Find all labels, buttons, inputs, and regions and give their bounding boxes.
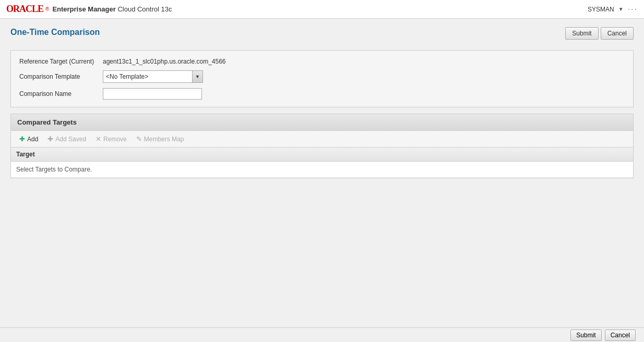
nav-right: SYSMAN ▼ ··· xyxy=(588,5,638,14)
form-section: Reference Target (Current) agent13c1_1_s… xyxy=(10,50,634,107)
comparison-name-row: Comparison Name xyxy=(19,88,625,100)
column-target: Target xyxy=(11,148,633,162)
oracle-logo-text: ORACLE xyxy=(6,4,43,15)
targets-table: Target Select Targets to Compare. xyxy=(11,148,633,178)
reference-target-value: agent13c1_1_slc01php.us.oracle.com_4566 xyxy=(103,58,226,65)
comparison-template-dropdown-btn[interactable]: ▼ xyxy=(192,71,202,82)
members-map-label: Members Map xyxy=(144,136,184,143)
add-button[interactable]: ✚ Add xyxy=(15,133,42,144)
comparison-name-label: Comparison Name xyxy=(19,90,103,97)
empty-message: Select Targets to Compare. xyxy=(11,162,633,178)
add-saved-button[interactable]: ✚ Add Saved xyxy=(43,133,90,144)
cancel-button[interactable]: Cancel xyxy=(601,27,634,40)
targets-section-title: Compared Targets xyxy=(11,114,633,131)
add-saved-icon: ✚ xyxy=(47,135,53,143)
members-map-icon: ✎ xyxy=(136,135,142,143)
comparison-template-label: Comparison Template xyxy=(19,73,103,80)
add-label: Add xyxy=(27,136,38,143)
page-content: One-Time Comparison Submit Cancel Refere… xyxy=(0,19,644,187)
comparison-name-input[interactable] xyxy=(103,88,202,100)
comparison-template-row: Comparison Template <No Template> ▼ xyxy=(19,70,625,83)
dots-menu-icon[interactable]: ··· xyxy=(628,5,638,14)
add-saved-label: Add Saved xyxy=(55,136,86,143)
reference-target-label: Reference Target (Current) xyxy=(19,58,103,65)
nav-left: ORACLE ® Enterprise Manager Cloud Contro… xyxy=(6,4,172,15)
remove-button[interactable]: ✕ Remove xyxy=(91,133,131,144)
top-navigation: ORACLE ® Enterprise Manager Cloud Contro… xyxy=(0,0,644,19)
page-title: One-Time Comparison xyxy=(10,28,100,37)
add-icon: ✚ xyxy=(19,135,25,143)
comparison-template-select[interactable]: <No Template> ▼ xyxy=(103,70,203,83)
app-title: Enterprise Manager Cloud Control 13c xyxy=(52,5,172,13)
remove-label: Remove xyxy=(103,136,127,143)
reference-target-row: Reference Target (Current) agent13c1_1_s… xyxy=(19,58,625,65)
remove-icon: ✕ xyxy=(96,135,101,143)
targets-toolbar: ✚ Add ✚ Add Saved ✕ Remove ✎ Members Map xyxy=(11,131,633,148)
oracle-reg-mark: ® xyxy=(45,6,49,12)
submit-button[interactable]: Submit xyxy=(565,27,598,40)
top-action-bar: Submit Cancel xyxy=(565,27,634,40)
members-map-button[interactable]: ✎ Members Map xyxy=(132,133,188,144)
empty-row: Select Targets to Compare. xyxy=(11,162,633,178)
oracle-logo: ORACLE ® xyxy=(6,4,49,15)
targets-section: Compared Targets ✚ Add ✚ Add Saved ✕ Rem… xyxy=(10,114,634,178)
user-name: SYSMAN xyxy=(588,6,614,13)
user-dropdown-icon[interactable]: ▼ xyxy=(618,6,624,12)
comparison-template-selected: <No Template> xyxy=(103,71,192,82)
